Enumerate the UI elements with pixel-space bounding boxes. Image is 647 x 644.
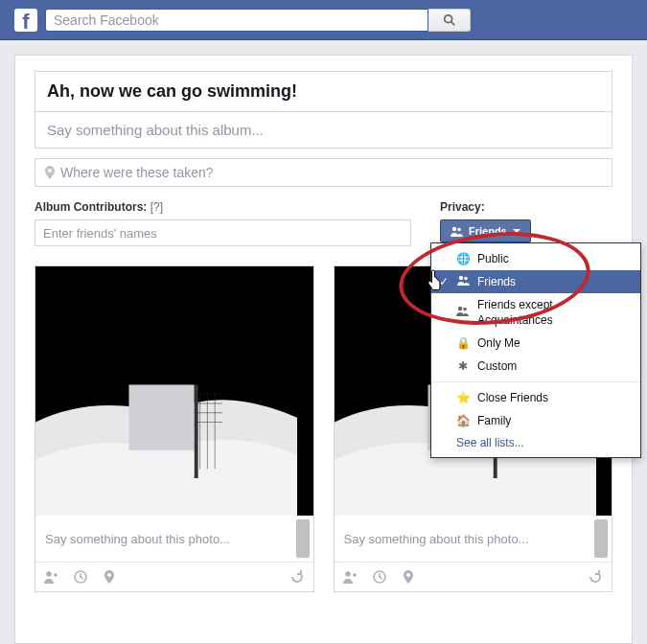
person-plus-icon xyxy=(44,570,59,584)
privacy-label: Privacy: xyxy=(440,200,612,214)
rotate-icon xyxy=(588,570,603,584)
top-navigation-bar: f xyxy=(0,0,647,40)
photo-caption-input[interactable] xyxy=(335,522,591,556)
svg-point-2 xyxy=(452,226,456,230)
svg-point-0 xyxy=(444,14,451,22)
privacy-option-friends-except[interactable]: Friends except Acquaintances xyxy=(431,293,640,332)
search-input[interactable] xyxy=(45,9,428,32)
facebook-logo[interactable]: f xyxy=(14,9,37,32)
svg-line-1 xyxy=(451,21,454,25)
location-button[interactable] xyxy=(101,568,118,586)
friends-except-icon xyxy=(456,305,470,320)
location-pin-icon xyxy=(45,166,55,179)
photo-card xyxy=(35,265,314,592)
privacy-option-friends[interactable]: ✓ Friends xyxy=(431,270,640,293)
rotate-button[interactable] xyxy=(289,568,306,586)
location-button[interactable] xyxy=(400,568,417,586)
svg-point-18 xyxy=(46,571,52,577)
svg-point-4 xyxy=(458,276,462,280)
date-button[interactable] xyxy=(371,568,388,586)
album-editor: Ah, now we can go swimming! Say somethin… xyxy=(14,55,633,644)
svg-point-3 xyxy=(457,227,461,231)
search-button[interactable] xyxy=(428,9,471,32)
location-pin-icon xyxy=(404,570,413,584)
privacy-list-close-friends[interactable]: ⭐ Close Friends xyxy=(431,386,640,409)
clock-icon xyxy=(74,570,87,584)
star-icon: ⭐ xyxy=(456,390,470,405)
dropdown-separator xyxy=(431,381,640,382)
privacy-selector-button[interactable]: Friends xyxy=(440,219,531,242)
svg-point-6 xyxy=(458,307,462,310)
scrollbar[interactable] xyxy=(296,519,310,558)
person-plus-icon xyxy=(343,570,358,584)
privacy-see-all-lists[interactable]: See all lists... xyxy=(431,432,640,453)
check-icon: ✓ xyxy=(439,274,449,289)
chevron-down-icon xyxy=(513,229,520,233)
photo-thumbnail[interactable] xyxy=(35,266,313,516)
contributors-input[interactable] xyxy=(35,219,411,246)
lock-icon: 🔒 xyxy=(456,335,470,351)
friends-icon xyxy=(451,226,463,237)
contributors-label: Album Contributors: [?] xyxy=(35,200,411,214)
search-icon xyxy=(443,13,456,27)
rotate-icon xyxy=(289,570,305,584)
privacy-option-custom[interactable]: ✱ Custom xyxy=(431,355,640,378)
album-location-input[interactable]: Where were these taken? xyxy=(35,158,612,187)
contributors-help-icon[interactable]: [?] xyxy=(150,200,163,214)
house-icon: 🏠 xyxy=(456,413,470,428)
date-button[interactable] xyxy=(72,568,89,586)
privacy-option-only-me[interactable]: 🔒 Only Me xyxy=(431,332,640,355)
location-placeholder-text: Where were these taken? xyxy=(60,165,214,180)
friends-icon xyxy=(456,274,470,289)
photo-caption-input[interactable] xyxy=(35,522,292,556)
svg-point-5 xyxy=(464,277,468,281)
location-pin-icon xyxy=(104,570,114,584)
privacy-dropdown-menu: 🌐 Public ✓ Friends Friends except Acquai… xyxy=(430,242,641,458)
svg-rect-10 xyxy=(195,385,198,479)
privacy-list-family[interactable]: 🏠 Family xyxy=(431,409,640,432)
tag-people-button[interactable] xyxy=(43,568,60,586)
album-title-input[interactable]: Ah, now we can go swimming! xyxy=(35,71,612,112)
privacy-option-public[interactable]: 🌐 Public xyxy=(431,247,640,270)
rotate-button[interactable] xyxy=(587,568,604,586)
scrollbar[interactable] xyxy=(594,519,608,558)
svg-point-7 xyxy=(464,308,468,311)
tag-people-button[interactable] xyxy=(342,568,359,586)
clock-icon xyxy=(373,570,386,584)
svg-rect-9 xyxy=(129,385,195,450)
globe-icon: 🌐 xyxy=(456,251,470,266)
svg-point-23 xyxy=(345,571,351,577)
album-description-input[interactable]: Say something about this album... xyxy=(35,112,612,149)
gear-icon: ✱ xyxy=(456,358,470,374)
